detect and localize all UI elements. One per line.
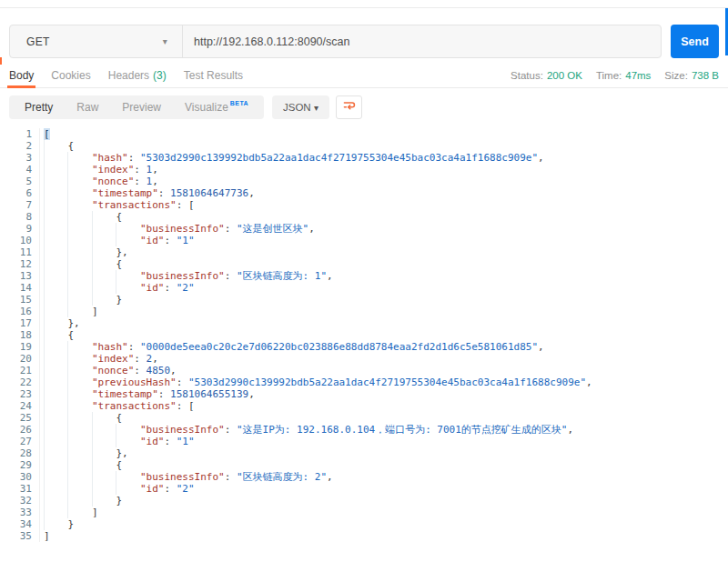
- indent-guides: [44, 341, 92, 353]
- time-value: 47ms: [625, 70, 651, 81]
- line-number: 21: [0, 365, 40, 376]
- response-body[interactable]: 1[2{3"hash": "5303d2990c139992bdb5a22aa1…: [0, 128, 728, 572]
- tab-cookies[interactable]: Cookies: [51, 64, 90, 88]
- format-select[interactable]: JSON ▾: [272, 95, 329, 119]
- indent-guides: [44, 329, 67, 341]
- code-line[interactable]: 14"id": "2": [0, 282, 728, 294]
- url-input[interactable]: [183, 25, 661, 57]
- indent-guides: [44, 306, 92, 317]
- code-line[interactable]: 5"nonce": 1,: [0, 176, 728, 187]
- code-line[interactable]: 8{: [0, 211, 728, 223]
- code-text: "index": 2,: [92, 353, 728, 365]
- code-line[interactable]: 33]: [0, 507, 728, 518]
- line-number: 18: [0, 329, 40, 341]
- code-line[interactable]: 32}: [0, 495, 728, 507]
- code-line[interactable]: 7"transactions": [: [0, 199, 728, 211]
- code-line[interactable]: 17},: [0, 317, 728, 329]
- body-view-toolbar: Pretty Raw Preview Visualize BETA JSON ▾: [9, 95, 362, 119]
- code-line[interactable]: 20"index": 2,: [0, 353, 728, 365]
- indent-guides: [44, 140, 67, 152]
- code-line[interactable]: 1[: [0, 128, 728, 140]
- code-line[interactable]: 28},: [0, 447, 728, 459]
- indent-guides: [44, 282, 140, 294]
- code-line[interactable]: 25{: [0, 412, 728, 424]
- view-visualize[interactable]: Visualize BETA: [173, 101, 260, 114]
- code-line[interactable]: 30"businessInfo": "区块链高度为: 2",: [0, 471, 728, 483]
- code-line[interactable]: 22"previousHash": "5303d2990c139992bdb5a…: [0, 376, 728, 388]
- code-line[interactable]: 23"timestamp": 1581064655139,: [0, 388, 728, 400]
- line-number: 23: [0, 388, 40, 400]
- code-line[interactable]: 19"hash": "0000de5eea0c20c2e7d06220bc023…: [0, 341, 728, 353]
- code-line[interactable]: 21"nonce": 4850,: [0, 365, 728, 376]
- indent-guides: [44, 518, 67, 530]
- code-line[interactable]: 3"hash": "5303d2990c139992bdb5a22aa1dac4…: [0, 152, 728, 164]
- code-text: {: [116, 258, 728, 270]
- code-line[interactable]: 9"businessInfo": "这是创世区块",: [0, 223, 728, 235]
- code-line[interactable]: 27"id": "1": [0, 436, 728, 447]
- code-line[interactable]: 4"index": 1,: [0, 164, 728, 176]
- code-line[interactable]: 34}: [0, 518, 728, 530]
- indent-guides: [44, 294, 116, 306]
- code-line[interactable]: 24"transactions": [: [0, 400, 728, 412]
- code-line[interactable]: 16]: [0, 306, 728, 317]
- top-divider: [0, 7, 728, 8]
- tab-headers[interactable]: Headers (3): [108, 64, 167, 88]
- send-button[interactable]: Send: [671, 25, 719, 58]
- code-line[interactable]: 13"businessInfo": "区块链高度为: 1",: [0, 270, 728, 282]
- code-text: "id": "1": [140, 235, 728, 246]
- chevron-down-icon: ▾: [314, 103, 318, 113]
- tab-test-results-label: Test Results: [184, 69, 243, 82]
- code-line[interactable]: 12{: [0, 258, 728, 270]
- line-number: 17: [0, 317, 40, 329]
- code-text: }: [67, 518, 728, 530]
- indent-guides: [44, 353, 92, 365]
- line-number: 22: [0, 376, 40, 388]
- line-number: 24: [0, 400, 40, 412]
- view-mode-segment: Pretty Raw Preview Visualize BETA: [9, 95, 264, 119]
- line-number: 20: [0, 353, 40, 365]
- code-text: },: [116, 246, 728, 258]
- beta-badge: BETA: [230, 100, 248, 106]
- line-number: 31: [0, 483, 40, 495]
- view-pretty[interactable]: Pretty: [13, 101, 65, 114]
- wrap-text-button[interactable]: [336, 95, 362, 119]
- wrap-text-icon: [341, 98, 357, 117]
- code-text: ]: [92, 507, 728, 518]
- format-label: JSON: [283, 102, 311, 113]
- line-number: 12: [0, 258, 40, 270]
- line-number: 10: [0, 235, 40, 246]
- indent-guides: [44, 199, 92, 211]
- line-number: 35: [0, 530, 40, 542]
- postman-response-view: GET ▾ Send Body Cookies Headers (3) Test…: [0, 0, 728, 572]
- tab-body[interactable]: Body: [9, 64, 34, 88]
- code-line[interactable]: 11},: [0, 246, 728, 258]
- tab-test-results[interactable]: Test Results: [184, 64, 243, 88]
- view-raw[interactable]: Raw: [65, 101, 110, 114]
- code-line[interactable]: 29{: [0, 459, 728, 471]
- code-text: "id": "2": [140, 282, 728, 294]
- code-line[interactable]: 31"id": "2": [0, 483, 728, 495]
- response-tabs: Body Cookies Headers (3) Test Results St…: [0, 64, 728, 88]
- indent-guides: [44, 365, 92, 376]
- method-select[interactable]: GET ▾: [10, 25, 183, 57]
- code-text: },: [67, 317, 728, 329]
- code-text: },: [116, 447, 728, 459]
- status-metric: Status:200 OK: [511, 70, 582, 81]
- indent-guides: [44, 507, 92, 518]
- code-line[interactable]: 18{: [0, 329, 728, 341]
- code-text: "transactions": [: [92, 400, 728, 412]
- request-url-bar: GET ▾: [9, 25, 662, 58]
- indent-guides: [44, 246, 116, 258]
- code-text: "nonce": 1,: [92, 176, 728, 187]
- line-number: 4: [0, 164, 40, 176]
- code-text: "hash": "0000de5eea0c20c2e7d06220bc02388…: [92, 341, 728, 353]
- indent-guides: [44, 176, 92, 187]
- code-line[interactable]: 26"businessInfo": "这是IP为: 192.168.0.104，…: [0, 424, 728, 436]
- code-line[interactable]: 10"id": "1": [0, 235, 728, 246]
- code-line[interactable]: 6"timestamp": 1581064647736,: [0, 187, 728, 199]
- code-text: {: [116, 412, 728, 424]
- code-line[interactable]: 15}: [0, 294, 728, 306]
- code-line[interactable]: 2{: [0, 140, 728, 152]
- code-line[interactable]: 35]: [0, 530, 728, 542]
- view-preview[interactable]: Preview: [110, 101, 173, 114]
